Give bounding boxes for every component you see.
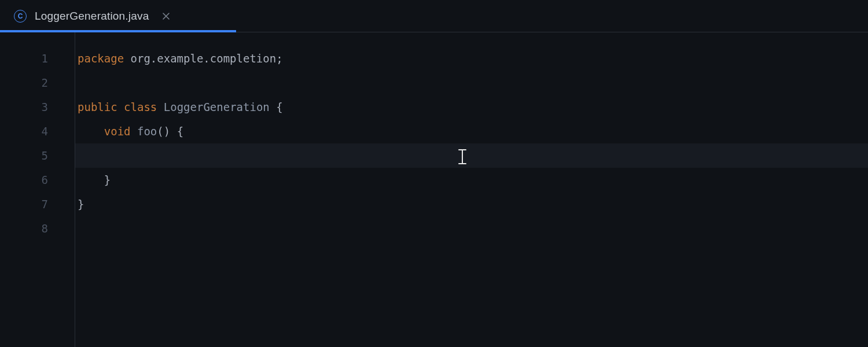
line-number: 2 xyxy=(0,71,75,95)
code-line[interactable] xyxy=(75,71,868,95)
punct: ; xyxy=(276,52,282,65)
punct: { xyxy=(170,125,183,138)
method-name: foo xyxy=(137,125,157,138)
close-tab-button[interactable] xyxy=(161,11,171,21)
keyword: package xyxy=(78,52,124,65)
keyword: void xyxy=(104,125,131,138)
punct: } xyxy=(78,198,84,211)
code-line[interactable] xyxy=(75,216,868,241)
tab-bar: C LoggerGeneration.java xyxy=(0,0,868,32)
keyword: class xyxy=(124,101,157,113)
indent xyxy=(78,125,104,138)
close-icon xyxy=(162,12,170,20)
code-area[interactable]: package org.example.completion; public c… xyxy=(75,32,868,347)
punct: { xyxy=(270,101,283,113)
package-name: org.example.completion xyxy=(131,52,277,65)
line-number: 3 xyxy=(0,95,75,119)
code-editor[interactable]: 1 2 3 4 5 6 7 8 package org.example.comp… xyxy=(0,32,868,347)
punct: } xyxy=(104,174,111,186)
code-line[interactable]: package org.example.completion; xyxy=(75,46,868,71)
class-name: LoggerGeneration xyxy=(164,101,270,113)
code-line-current[interactable] xyxy=(75,143,868,168)
line-number: 5 xyxy=(0,143,75,168)
punct: () xyxy=(157,125,170,138)
line-number: 1 xyxy=(0,46,75,71)
tab-title: LoggerGeneration.java xyxy=(35,10,149,23)
file-tab[interactable]: C LoggerGeneration.java xyxy=(0,0,183,32)
line-number: 4 xyxy=(0,119,75,143)
code-line[interactable]: } xyxy=(75,168,868,192)
keyword: public xyxy=(78,101,117,113)
java-class-icon: C xyxy=(14,10,27,23)
code-line[interactable]: } xyxy=(75,192,868,216)
code-line[interactable]: public class LoggerGeneration { xyxy=(75,95,868,119)
code-line[interactable]: void foo() { xyxy=(75,119,868,143)
line-number: 8 xyxy=(0,216,75,241)
gutter: 1 2 3 4 5 6 7 8 xyxy=(0,32,75,347)
indent xyxy=(78,174,104,186)
line-number: 6 xyxy=(0,168,75,192)
line-number: 7 xyxy=(0,192,75,216)
